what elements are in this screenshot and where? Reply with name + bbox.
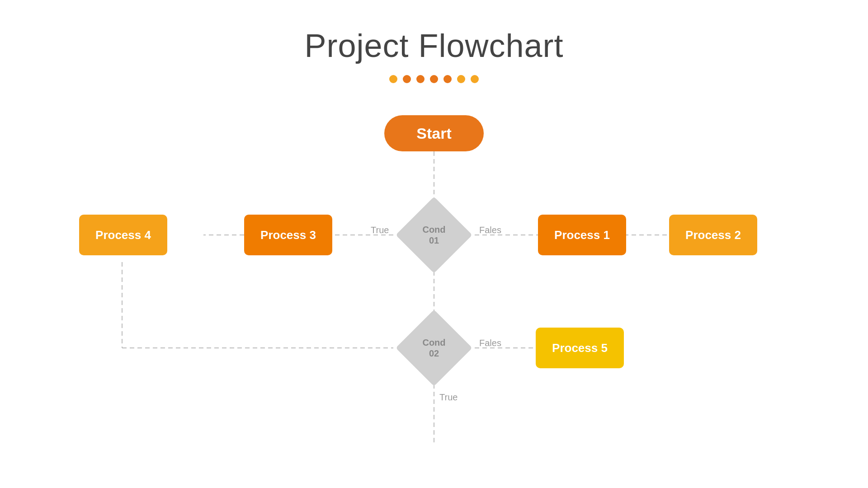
cond01-false-label: Fales (479, 225, 501, 235)
process4-box[interactable]: Process 4 (79, 215, 167, 255)
cond02-wrapper: Cond 02 (398, 312, 470, 384)
flowchart: Start Cond 01 Cond 02 Process 1 Process … (0, 81, 868, 488)
cond02-diamond (396, 310, 472, 386)
cond02-false-label: Fales (479, 338, 501, 348)
cond01-wrapper: Cond 01 (398, 199, 470, 271)
cond01-true-label: True (371, 225, 389, 235)
process2-box[interactable]: Process 2 (669, 215, 757, 255)
cond02-true-label: True (439, 392, 458, 403)
process1-box[interactable]: Process 1 (538, 215, 626, 255)
start-node[interactable]: Start (384, 115, 484, 151)
process5-box[interactable]: Process 5 (536, 328, 624, 368)
process3-box[interactable]: Process 3 (244, 215, 332, 255)
cond01-diamond (396, 197, 472, 273)
page-title: Project Flowchart (0, 0, 868, 64)
